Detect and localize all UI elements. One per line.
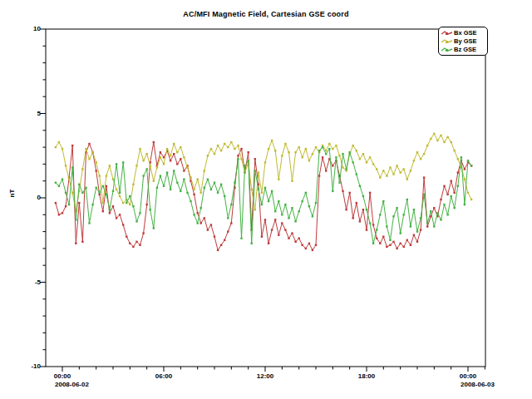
magnetic-field-chart: AC/MFI Magnetic Field, Cartesian GSE coo…: [0, 0, 532, 399]
legend-item-bx: Bx GSE: [441, 29, 485, 37]
legend-label-bz: Bz GSE: [454, 46, 476, 53]
series-by-line: [56, 134, 471, 211]
y-tick-label: 10: [12, 25, 41, 32]
legend-item-by: By GSE: [441, 37, 485, 45]
y-tick-label: 0: [12, 194, 41, 201]
x-date-label: 2008-06-02: [55, 381, 105, 388]
x-tick-label: 18:00: [350, 372, 383, 380]
legend-label-by: By GSE: [454, 37, 477, 45]
x-tick-label: 06:00: [147, 372, 180, 380]
legend-item-bz: Bz GSE: [441, 46, 485, 53]
legend-label-bx: Bx GSE: [454, 29, 477, 37]
by-line-sample-icon: [441, 38, 453, 45]
bx-line-sample-icon: [441, 30, 453, 37]
plot-area: [0, 0, 532, 399]
x-tick-label: 12:00: [249, 372, 282, 380]
y-tick-label: 5: [12, 110, 41, 117]
y-tick-label: -5: [12, 278, 41, 286]
x-date-label: 2008-06-03: [461, 381, 510, 388]
x-tick-label: 00:00: [451, 372, 485, 380]
legend: Bx GSE By GSE Bz GSE: [438, 27, 488, 56]
bz-line-sample-icon: [441, 47, 453, 53]
y-tick-label: -10: [12, 362, 41, 370]
x-tick-label: 00:00: [46, 372, 79, 380]
